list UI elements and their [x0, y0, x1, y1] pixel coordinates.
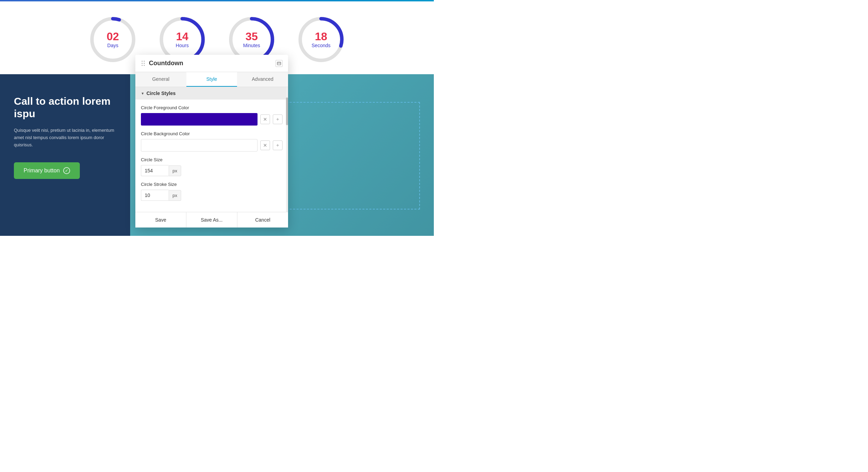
background-color-clear[interactable]: ✕	[260, 140, 270, 150]
circle-styles-header[interactable]: ▼ Circle Styles	[135, 87, 288, 100]
background-color-add[interactable]: ＋	[273, 140, 283, 150]
scrollbar-track	[286, 87, 288, 212]
modal-tabs: General Style Advanced	[135, 72, 288, 87]
modal-title: Countdown	[149, 60, 272, 67]
svg-rect-8	[277, 62, 281, 65]
background-color-label: Circle Background Color	[141, 131, 283, 136]
save-as-button[interactable]: Save As...	[186, 212, 237, 228]
circle-size-unit: px	[169, 165, 181, 176]
modal-footer: Save Save As... Cancel	[135, 212, 288, 228]
tab-style[interactable]: Style	[186, 72, 237, 87]
circle-styles-label: Circle Styles	[146, 91, 176, 96]
modal-body: ▼ Circle Styles Circle Foreground Color …	[135, 87, 288, 212]
hours-number: 14	[176, 31, 188, 43]
circle-size-row: Circle Size 154 px	[141, 157, 283, 176]
save-button[interactable]: Save	[135, 212, 186, 228]
check-icon: ✓	[63, 167, 70, 174]
primary-button-label: Primary button	[24, 168, 60, 174]
circle-stroke-label: Circle Stroke Size	[141, 182, 283, 187]
background-color-row: Circle Background Color ✕ ＋	[141, 131, 283, 152]
countdown-days: 02 Days	[89, 15, 137, 64]
cta-section: Call to action lorem ispu Quisque velit …	[0, 74, 130, 236]
primary-button[interactable]: Primary button ✓	[14, 162, 80, 179]
scrollbar-thumb[interactable]	[286, 97, 288, 125]
minimize-button[interactable]	[276, 60, 283, 67]
minutes-number: 35	[243, 31, 260, 43]
circle-stroke-input[interactable]: 10	[141, 190, 169, 201]
modal-panel: Countdown General Style Advanced ▼ Circl…	[135, 55, 288, 228]
foreground-color-label: Circle Foreground Color	[141, 105, 283, 110]
circle-stroke-row: Circle Stroke Size 10 px	[141, 182, 283, 201]
circle-stroke-unit: px	[169, 190, 181, 201]
background-color-swatch[interactable]	[141, 139, 258, 152]
circle-size-label: Circle Size	[141, 157, 283, 162]
circle-styles-content: Circle Foreground Color ✕ ＋ Circle Backg…	[135, 100, 288, 212]
minutes-label: Minutes	[243, 43, 260, 49]
seconds-label: Seconds	[312, 43, 330, 49]
foreground-color-row: Circle Foreground Color ✕ ＋	[141, 105, 283, 126]
cancel-button[interactable]: Cancel	[237, 212, 288, 228]
cta-text: Quisque velit nisi, pretium ut lacinia i…	[14, 127, 116, 148]
tab-general[interactable]: General	[135, 72, 186, 87]
hours-label: Hours	[176, 43, 188, 49]
days-number: 02	[107, 31, 119, 43]
foreground-color-add[interactable]: ＋	[273, 114, 283, 124]
seconds-number: 18	[312, 31, 330, 43]
circle-size-input[interactable]: 154	[141, 165, 169, 176]
tab-advanced[interactable]: Advanced	[237, 72, 288, 87]
modal-header: Countdown	[135, 55, 288, 72]
days-label: Days	[107, 43, 119, 49]
chevron-down-icon: ▼	[141, 92, 144, 95]
drag-handle[interactable]	[141, 60, 145, 67]
foreground-color-swatch[interactable]	[141, 113, 258, 126]
cta-title: Call to action lorem ispu	[14, 95, 116, 120]
countdown-seconds: 18 Seconds	[297, 15, 345, 64]
foreground-color-clear[interactable]: ✕	[260, 114, 270, 124]
